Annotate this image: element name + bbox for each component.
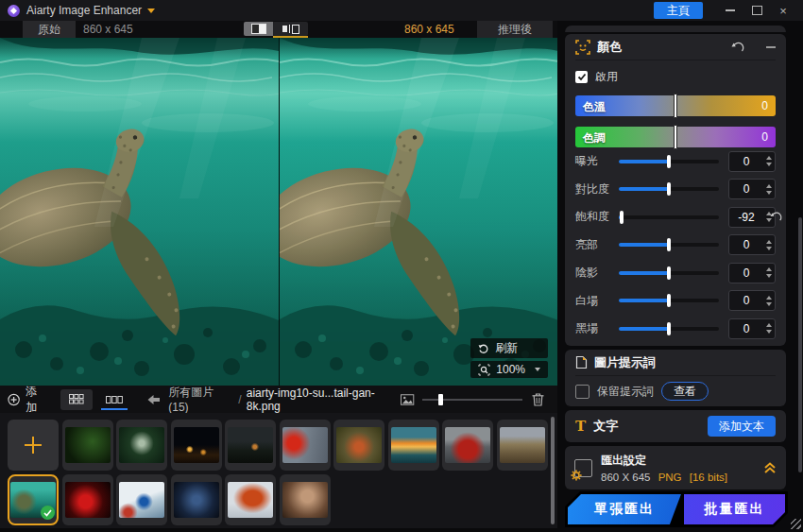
collapse-section-icon[interactable] — [766, 46, 776, 48]
thumbnail-size-slider[interactable] — [422, 394, 522, 405]
prompt-section-title: 圖片提示詞 — [594, 354, 656, 371]
original-size-label: 860 x 645 — [83, 21, 133, 38]
selected-check-badge — [41, 506, 55, 520]
add-images-button[interactable]: 添加 — [8, 384, 47, 416]
exposure-slider[interactable] — [619, 160, 719, 163]
thumbnail-flower-hummingbird[interactable] — [280, 420, 331, 471]
text-section: T 文字 添加文本 — [565, 410, 786, 442]
thumbnail-red-fish[interactable] — [62, 474, 113, 525]
add-circle-icon — [8, 393, 20, 406]
shadows-value-box[interactable]: 0 — [728, 263, 776, 283]
contrast-slider[interactable] — [619, 187, 719, 191]
zoom-dropdown-icon — [535, 368, 540, 371]
shadows-label: 陰影 — [575, 265, 619, 281]
before-image[interactable] — [0, 38, 279, 386]
thumbnail-greek-house[interactable] — [116, 474, 167, 525]
window-bottom-edge — [0, 528, 557, 532]
home-button[interactable]: 主頁 — [654, 2, 703, 19]
add-image-tile[interactable] — [8, 420, 59, 471]
thumbnail-woman-portrait[interactable] — [280, 474, 331, 525]
prompt-section: 圖片提示詞 保留提示詞 查看 — [565, 350, 786, 406]
thumbnail-red-car[interactable] — [442, 420, 493, 471]
trash-icon — [532, 393, 544, 406]
thumbnail-night-city[interactable] — [171, 420, 222, 471]
keep-prompt-label: 保留提示詞 — [597, 384, 654, 400]
split-view-icon — [251, 24, 266, 34]
tint-slider[interactable]: 色調 0 — [575, 127, 776, 147]
thumbnail-heron[interactable] — [116, 420, 167, 471]
collapse-export-icon[interactable] — [763, 461, 777, 474]
view-sidebyside-toggle[interactable] — [273, 22, 308, 36]
temperature-slider[interactable]: 色溫 0 — [575, 95, 776, 116]
contrast-value-box[interactable]: 0 — [728, 179, 776, 199]
undo-icon[interactable] — [731, 41, 745, 53]
slider-row-saturation: 飽和度 -92 — [575, 203, 776, 232]
temperature-handle[interactable] — [674, 94, 677, 118]
blacks-value-box[interactable]: 0 — [728, 318, 776, 339]
close-button[interactable]: × — [771, 1, 795, 20]
thumbnail-sunset[interactable] — [388, 420, 439, 471]
enable-label: 啟用 — [595, 69, 618, 85]
side-by-side-icon — [282, 25, 299, 34]
blacks-slider[interactable] — [619, 327, 719, 331]
maximize-button[interactable] — [744, 1, 769, 20]
blacks-stepper[interactable] — [763, 323, 775, 334]
view-prompt-button[interactable]: 查看 — [661, 382, 709, 401]
zoom-level-control[interactable]: 100% — [470, 361, 548, 378]
thumbnail-kid-portrait[interactable] — [333, 420, 384, 471]
saturation-undo-icon[interactable] — [770, 211, 783, 222]
whites-slider[interactable] — [619, 299, 719, 302]
enable-checkbox[interactable] — [575, 71, 588, 83]
exposure-value: 0 — [729, 155, 763, 168]
filmstrip-view-button[interactable] — [98, 389, 130, 410]
contrast-stepper[interactable] — [763, 184, 775, 195]
tint-handle[interactable] — [674, 125, 677, 149]
refresh-button[interactable]: 刷新 — [470, 338, 548, 358]
shadows-slider[interactable] — [619, 271, 719, 275]
export-size: 860 X 645 — [601, 472, 650, 483]
thumbnail-jungle-bird[interactable] — [62, 420, 113, 471]
panel-scrollbar[interactable] — [798, 217, 802, 472]
view-split-toggle[interactable] — [244, 22, 273, 36]
back-button[interactable] — [147, 394, 161, 405]
breadcrumb-filename: aiarty-img10-su...tail-gan-8k.png — [247, 386, 402, 413]
title-bar: Aiarty Image Enhancer 主頁 × — [0, 0, 803, 21]
exposure-stepper[interactable] — [763, 156, 775, 166]
plus-icon — [25, 437, 42, 454]
keep-prompt-checkbox[interactable] — [575, 385, 589, 399]
export-settings[interactable]: 匯出設定 860 X 645 PNG [16 bits] — [565, 446, 786, 489]
after-image[interactable]: 刷新 100% — [279, 38, 558, 386]
saturation-value-box[interactable]: -92 — [728, 207, 776, 228]
whites-value-box[interactable]: 0 — [728, 290, 776, 311]
exposure-value-box[interactable]: 0 — [728, 151, 776, 172]
add-text-button[interactable]: 添加文本 — [708, 416, 776, 437]
back-arrow-icon — [147, 394, 161, 405]
breadcrumb-all-images[interactable]: 所有圖片 (15) — [168, 385, 233, 414]
highlights-value-box[interactable]: 0 — [728, 234, 776, 255]
thumbnail-lake-house[interactable] — [225, 420, 276, 471]
tab-after[interactable]: 推理後 — [477, 21, 553, 38]
export-button-dock: 單張匯出 批量匯出 — [565, 491, 788, 527]
minimize-button[interactable] — [718, 1, 743, 20]
delete-button[interactable] — [532, 393, 544, 406]
tab-original[interactable]: 原始 — [23, 21, 76, 38]
thumbnail-octopus[interactable] — [171, 474, 222, 525]
highlights-slider[interactable] — [619, 243, 719, 247]
shadows-stepper[interactable] — [763, 267, 775, 278]
highlights-stepper[interactable] — [763, 240, 775, 250]
whites-stepper[interactable] — [763, 296, 775, 306]
thumbnail-village-street[interactable] — [497, 420, 548, 471]
export-single-button[interactable]: 單張匯出 — [568, 494, 681, 524]
thumbnail-scrollbar[interactable] — [551, 417, 555, 524]
title-dropdown-icon[interactable] — [147, 9, 155, 13]
resize-grip[interactable] — [791, 519, 801, 529]
thumbnail-red-helicopter[interactable] — [225, 474, 276, 525]
thumbnail-sea-turtle-selected[interactable] — [8, 474, 59, 525]
app-title: Aiarty Image Enhancer — [26, 4, 142, 17]
export-batch-button[interactable]: 批量匯出 — [684, 494, 785, 524]
export-format: PNG — [658, 472, 682, 483]
thumbnail-size-handle[interactable] — [438, 394, 443, 405]
breadcrumb-separator: / — [238, 393, 241, 406]
grid-view-button[interactable] — [60, 389, 93, 410]
saturation-slider[interactable] — [619, 215, 719, 219]
